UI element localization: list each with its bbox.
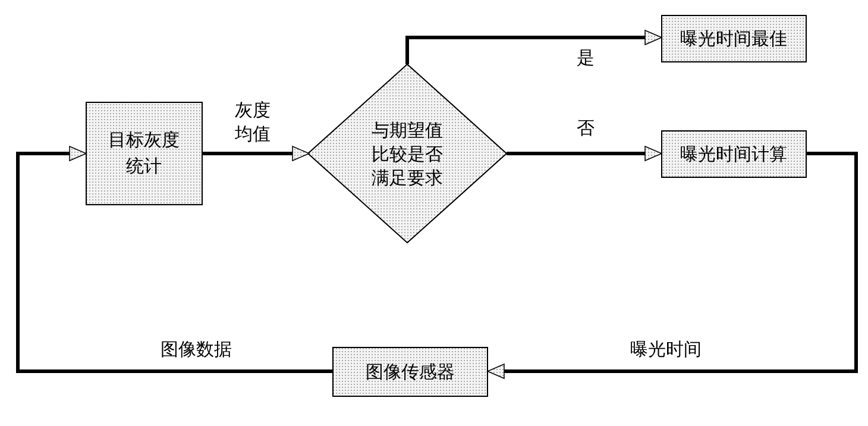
edge-yes: 是: [407, 30, 662, 67]
node-decision-line2: 比较是否: [372, 144, 443, 164]
edge-yes-label: 是: [577, 48, 595, 67]
node-exposure-best-label: 曝光时间最佳: [680, 29, 787, 48]
svg-marker-12: [488, 364, 504, 378]
node-image-sensor-label: 图像传感器: [366, 362, 455, 381]
svg-rect-2: [86, 102, 202, 205]
node-grayscale-statistics-line1: 目标灰度: [108, 130, 180, 149]
edge-gray-mean-line1: 灰度: [235, 100, 271, 120]
edge-gray-mean-line2: 均值: [234, 124, 271, 143]
node-exposure-best: 曝光时间最佳: [662, 15, 806, 62]
edge-exposure-time-label: 曝光时间: [630, 339, 702, 359]
edge-no: 否: [507, 118, 662, 161]
node-image-sensor: 图像传感器: [333, 347, 488, 396]
svg-marker-8: [293, 146, 309, 161]
edge-image-data-label: 图像数据: [161, 339, 232, 359]
edge-exposure-time: 曝光时间: [488, 154, 856, 378]
edge-gray-mean: 灰度 均值: [202, 100, 309, 161]
svg-marker-11: [645, 146, 662, 161]
svg-marker-9: [645, 30, 662, 45]
node-decision-line3: 满足要求: [372, 168, 443, 187]
node-grayscale-statistics: 目标灰度 统计: [86, 102, 202, 205]
node-exposure-calc-label: 曝光时间计算: [680, 144, 787, 164]
node-decision-line1: 与期望值: [372, 120, 443, 140]
node-exposure-calc: 曝光时间计算: [662, 131, 806, 177]
svg-marker-13: [70, 146, 86, 161]
node-grayscale-statistics-line2: 统计: [126, 156, 162, 176]
edge-no-label: 否: [577, 118, 595, 137]
node-decision: 与期望值 比较是否 满足要求: [308, 64, 507, 243]
